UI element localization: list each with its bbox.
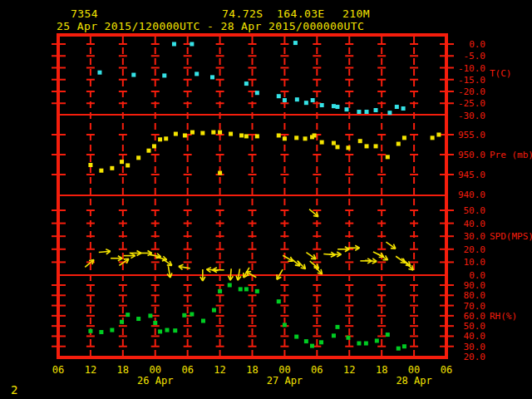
axis-unit-label: T(C) [490, 68, 512, 79]
pressure-point [358, 139, 362, 143]
pressure-point [174, 132, 178, 136]
humidity-point [364, 342, 368, 346]
temperature-point [255, 91, 259, 95]
pressure-point [88, 163, 92, 167]
humidity-point [357, 342, 361, 346]
pressure-point [218, 131, 222, 135]
temperature-point [345, 107, 349, 111]
wind-arrow [396, 256, 405, 263]
humidity-point [255, 289, 259, 293]
temperature-point [320, 103, 324, 107]
temperature-point [293, 41, 298, 45]
hour-label: 18 [376, 364, 387, 376]
pressure-point [146, 149, 150, 153]
axis-tick-label: 90.0 [464, 280, 486, 291]
humidity-point [386, 332, 390, 337]
date-label: 27 Apr [267, 375, 303, 387]
wind-arrow [130, 250, 141, 255]
humidity-point [277, 299, 281, 303]
wind-arrow [162, 259, 171, 265]
pressure-point [402, 135, 406, 140]
axis-tick-label: 60.0 [464, 311, 486, 322]
axis-tick-label: 940.0 [458, 190, 485, 200]
pressure-point [277, 133, 281, 137]
wind-arrow [337, 247, 349, 252]
humidity-point [346, 336, 350, 340]
humidity-point [402, 344, 406, 348]
wind-arrow [85, 259, 94, 267]
hour-label: 18 [117, 364, 129, 376]
temperature-point [395, 105, 399, 109]
pressure-point [313, 133, 317, 137]
pressure-point [218, 171, 222, 175]
pressure-point [136, 155, 140, 160]
pressure-point [436, 133, 441, 137]
pressure-point [335, 145, 339, 149]
humidity-point [228, 283, 232, 288]
humidity-point [88, 329, 92, 333]
temperature-point [162, 73, 166, 77]
hour-label: 06 [311, 364, 323, 376]
axis-tick-label: 20.0 [464, 244, 486, 255]
axis-tick-label: 40.0 [464, 219, 486, 229]
pressure-point [110, 166, 114, 170]
humidity-point [332, 333, 336, 337]
hour-label: 06 [52, 364, 64, 376]
hour-label: 06 [441, 364, 452, 376]
date-label: 26 Apr [137, 375, 173, 387]
temperature-point [210, 75, 214, 79]
wind-arrow [365, 259, 377, 264]
axis-unit-label: Pre (mb) [490, 150, 532, 160]
temperature-point [190, 42, 194, 47]
meteogram-plot: 0.0-5.0-10.0-15.0-20.0-25.0-30.0T(C)955.… [0, 0, 532, 399]
pressure-point [158, 137, 162, 141]
temperature-point [195, 71, 199, 76]
hour-label: 00 [278, 364, 290, 376]
humidity-point [244, 287, 249, 291]
axis-tick-label: 945.0 [458, 170, 485, 180]
temperature-point [97, 71, 101, 75]
hour-label: 00 [408, 364, 420, 376]
humidity-point [212, 308, 216, 313]
temperature-point [401, 106, 406, 111]
axis-unit-label: SPD(MPS) [490, 231, 532, 242]
pressure-point [126, 163, 130, 167]
humidity-point [165, 328, 170, 332]
axis-tick-label: 10.0 [464, 257, 486, 268]
humidity-point [239, 287, 243, 291]
hour-label: 18 [246, 364, 258, 376]
temperature-point [295, 97, 299, 101]
pressure-point [183, 133, 187, 137]
axis-tick-label: 50.0 [464, 321, 486, 332]
temperature-point [357, 110, 361, 114]
axis-tick-label: -25.0 [458, 98, 485, 109]
wind-arrow [386, 242, 395, 249]
hour-label: 00 [150, 364, 161, 376]
temperature-point [172, 42, 176, 47]
humidity-point [201, 319, 205, 323]
wind-arrow [306, 253, 315, 259]
pressure-point [365, 144, 369, 148]
hour-label: 12 [214, 364, 225, 376]
page-number: 2 [11, 383, 17, 397]
pressure-point [320, 140, 324, 145]
axis-tick-label: -15.0 [458, 75, 485, 86]
axis-tick-label: -5.0 [464, 51, 486, 62]
temperature-point [131, 73, 135, 77]
temperature-point [304, 101, 308, 105]
axis-tick-label: 70.0 [464, 301, 486, 312]
pressure-point [283, 136, 287, 140]
pressure-point [346, 145, 350, 150]
axis-tick-label: -20.0 [458, 86, 485, 97]
axis-tick-label: 0.0 [469, 39, 485, 50]
hour-label: 06 [181, 364, 193, 376]
date-label: 28 Apr [396, 375, 431, 387]
pressure-point [332, 141, 336, 145]
axis-tick-label: 50.0 [464, 205, 486, 216]
pressure-point [303, 136, 308, 140]
humidity-point [294, 335, 298, 339]
axis-tick-label: 955.0 [458, 130, 485, 140]
humidity-point [375, 338, 379, 342]
pressure-point [200, 131, 204, 135]
axis-tick-label: 80.0 [464, 290, 486, 301]
